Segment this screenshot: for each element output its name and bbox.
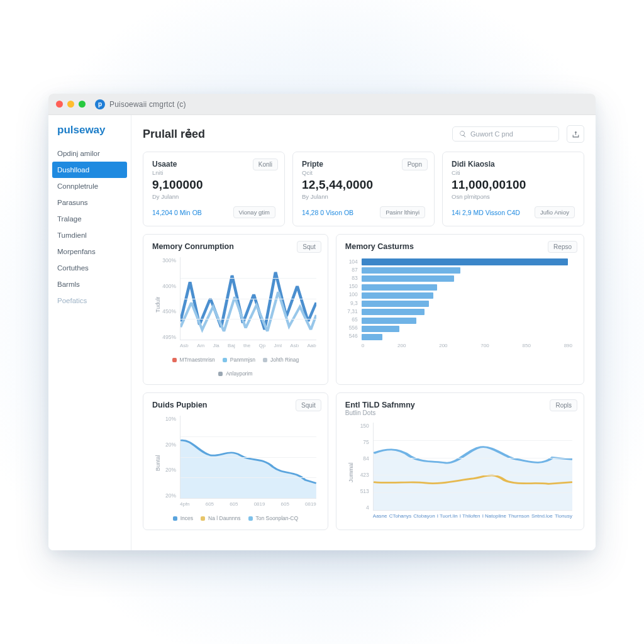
chart-chip[interactable]: Repso [548,241,577,253]
y-axis-label: Buntal [152,416,161,510]
sidebar-item-barmls[interactable]: Barmls [48,276,131,292]
search-placeholder: Guwort C pnd [470,130,513,138]
stat-note: Osn plmitpons [452,193,575,200]
y-axis-label: Tudulr [152,257,161,352]
stat-card-didi: Didi Kiaosla Citi 11,000,00100 Osn plmit… [442,152,584,226]
app-window: p Puisoewaii cmgrtct (c) pulseway Opdinj… [48,94,596,550]
sidebar-item-poefatics[interactable]: Poefatics [48,292,131,309]
stat-chip[interactable]: Konli [253,158,278,170]
stat-action-button[interactable]: Pasinr lthinyi [380,206,425,218]
stat-link[interactable]: 14i 2,9 MD Visson C4D [452,209,520,216]
chart-plot: 300% 400% 450% 495% [161,257,319,352]
window-close-icon[interactable] [56,101,63,108]
y-ticks: 300% 400% 450% 495% [161,257,179,340]
stat-value: 12,5,44,0000 [302,178,425,192]
chart-subtitle: Butlin Dots [345,409,575,416]
chart-title: Duids Pupbien [152,401,319,409]
stat-action-button[interactable]: Vionay gtim [233,206,275,218]
sidebar-item-dashboard[interactable]: Dushlload [52,162,127,178]
chart-legend: Inces Na l Daunnns Ton Soonplan-CQ [152,515,319,521]
chart-card-memory-consumption: Squt Memory Conrumption Tudulr 300% 400%… [143,234,328,385]
stat-row: Konli Usaate Lniti 9,100000 Dy Julann 14… [143,152,584,226]
y-ticks: 10487831501009,37,3165556546 [345,257,360,340]
stat-note: Dy Julann [152,193,275,200]
chart-card-entl: Ropls Entl TiLD Safnmny Butlin Dots Jumm… [336,392,584,530]
x-ticks: AsbAmJlaBajtheQpJmlAsbAab [180,343,316,352]
stat-title: Didi Kiaosla [452,160,575,169]
sidebar-item-tralage[interactable]: Tralage [48,211,131,227]
stat-note: By Julann [302,193,425,200]
chart-chip[interactable]: Squit [296,399,321,411]
stat-card-usaate: Konli Usaate Lniti 9,100000 Dy Julann 14… [143,152,285,226]
sidebar-item-connpletrule[interactable]: Connpletrule [48,178,131,194]
x-ticks: AasneCTohanysCtobayonI Tuort.linI Thilof… [373,513,572,522]
chart-chip[interactable]: Ropls [550,399,577,411]
chart-plot: 10487831501009,37,3165556546 [345,257,575,352]
page-title: Prulall rẻed [143,127,205,141]
chart-plot: 15075844235134 A [354,423,575,522]
chart-row-2: Squit Duids Pupbien Buntal 10%20%20%20% [143,392,584,530]
stat-value: 11,000,00100 [452,178,575,192]
stat-sub: Citi [452,169,575,176]
sidebar: pulseway Opdinj amilor Dushlload Connple… [48,115,131,550]
stat-card-pripte: Popn Pripte Qcit 12,5,44,0000 By Julann … [292,152,435,226]
share-icon [572,130,580,138]
sidebar-item-tumdienl[interactable]: Tumdienl [48,227,131,243]
chart-title: Memory Conrumption [152,242,319,251]
y-ticks: 15075844235134 [354,423,372,511]
window-maximize-icon[interactable] [79,101,86,108]
app-favicon-icon: p [95,99,105,109]
chart-chip[interactable]: Squt [297,241,321,253]
y-axis-label: Jummal [345,423,354,522]
chart-title: Entl TiLD Safnmny [345,401,575,409]
x-ticks: 0200200700850890 [362,343,572,352]
chart-title: Memory Casturms [345,242,575,251]
x-ticks: 4pfn60560508196050819 [180,501,316,510]
stat-value: 9,100000 [152,178,275,192]
share-button[interactable] [567,125,584,143]
chart-card-duids: Squit Duids Pupbien Buntal 10%20%20%20% [143,392,328,530]
stat-chip[interactable]: Popn [402,158,428,170]
sidebar-item-parasuns[interactable]: Parasuns [48,194,131,211]
main-content: Prulall rẻed Guwort C pnd Konli Usaate L… [131,115,596,550]
chart-legend: MTmaestmrisn Panmmjsn Johth Rinag Anlayp… [152,357,319,377]
window-titlebar: p Puisoewaii cmgrtct (c) [48,94,596,115]
top-bar: Prulall rẻed Guwort C pnd [143,125,584,143]
stat-link[interactable]: 14,28 0 Vison OB [302,209,353,216]
y-ticks: 10%20%20%20% [161,416,179,499]
chart-row-1: Squt Memory Conrumption Tudulr 300% 400%… [143,234,584,385]
chart-card-memory-custurms: Repso Memory Casturms 10487831501009,37,… [336,234,584,385]
window-minimize-icon[interactable] [67,101,74,108]
brand-logo: pulseway [48,124,131,145]
chart-plot: 10%20%20%20% 4pfn60560508196050819 [161,416,319,510]
window-title: Puisoewaii cmgrtct (c) [109,100,186,109]
stat-action-button[interactable]: Jufio Anioy [535,206,575,218]
search-input[interactable]: Guwort C pnd [452,126,559,142]
sidebar-item-cortuthes[interactable]: Cortuthes [48,260,131,276]
sidebar-item-opdinj[interactable]: Opdinj amilor [48,145,131,162]
sidebar-item-morpenfans[interactable]: Morpenfans [48,243,131,260]
stat-link[interactable]: 14,204 0 Min OB [152,209,202,216]
bar-group [362,258,572,340]
search-icon [459,130,467,138]
